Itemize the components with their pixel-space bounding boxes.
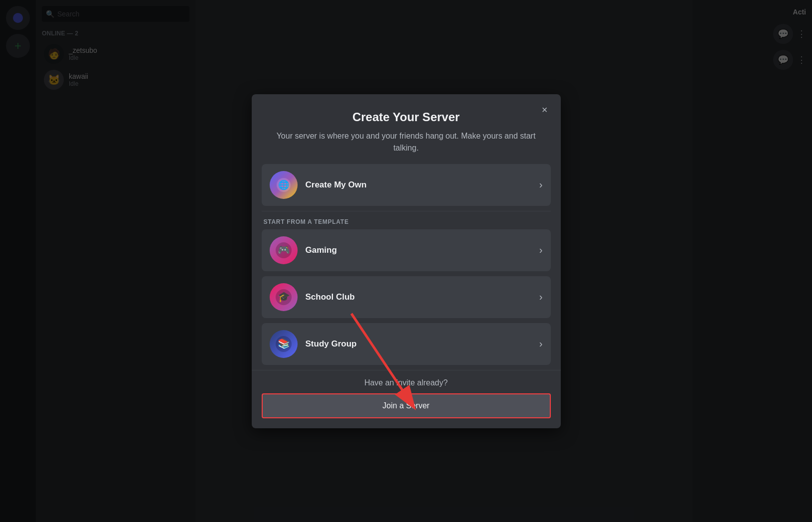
school-club-template-option[interactable]: 🎓 School Club › — [262, 276, 551, 318]
modal-wrapper: × Create Your Server Your server is wher… — [252, 94, 561, 428]
gaming-label: Gaming — [306, 245, 539, 255]
gaming-template-option[interactable]: 🎮 Gaming › — [262, 229, 551, 271]
school-club-label: School Club — [306, 292, 539, 302]
modal-subtitle: Your server is where you and your friend… — [276, 130, 537, 154]
create-my-own-label: Create My Own — [306, 180, 539, 190]
create-server-modal: × Create Your Server Your server is wher… — [252, 94, 561, 428]
join-server-button[interactable]: Join a Server — [262, 393, 551, 418]
gaming-chevron: › — [539, 244, 543, 256]
modal-body: 🌐 Create My Own › START FROM A TEMPLATE … — [252, 164, 561, 365]
svg-text:🌐: 🌐 — [278, 179, 290, 190]
modal-footer: Have an invite already? Join a Server — [252, 370, 561, 428]
create-my-own-chevron: › — [539, 179, 543, 190]
create-my-own-icon: 🌐 — [270, 171, 298, 199]
footer-invite-text: Have an invite already? — [262, 378, 551, 387]
school-club-chevron: › — [539, 291, 543, 303]
gaming-icon: 🎮 — [270, 236, 298, 264]
study-group-label: Study Group — [306, 339, 539, 349]
modal-title: Create Your Server — [276, 110, 537, 124]
modal-overlay[interactable]: × Create Your Server Your server is wher… — [0, 0, 812, 522]
svg-text:🎮: 🎮 — [277, 244, 290, 256]
svg-text:🎓: 🎓 — [277, 291, 290, 303]
close-button[interactable]: × — [537, 102, 553, 118]
study-group-icon: 📚 — [270, 330, 298, 358]
template-section-header: START FROM A TEMPLATE — [262, 218, 551, 225]
study-group-chevron: › — [539, 338, 543, 349]
section-divider — [262, 211, 551, 211]
svg-text:📚: 📚 — [277, 338, 290, 349]
study-group-template-option[interactable]: 📚 Study Group › — [262, 323, 551, 365]
create-my-own-option[interactable]: 🌐 Create My Own › — [262, 164, 551, 206]
modal-header: Create Your Server Your server is where … — [252, 94, 561, 164]
school-club-icon: 🎓 — [270, 283, 298, 311]
